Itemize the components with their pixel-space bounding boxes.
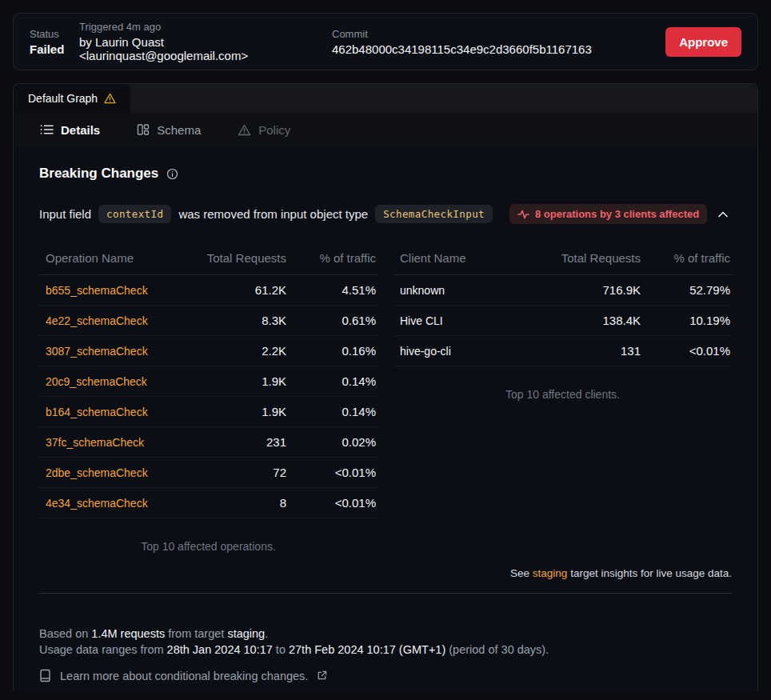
usage-summary-line: Based on 1.4M requests from target stagi… bbox=[39, 626, 732, 642]
col-total-requests: Total Requests bbox=[168, 251, 288, 265]
request-count: 1.4M requests bbox=[91, 627, 165, 640]
total-requests-value: 8.3K bbox=[168, 314, 288, 327]
footer-divider bbox=[39, 593, 732, 594]
learn-more-label: Learn more about conditional breaking ch… bbox=[60, 670, 308, 682]
usage-text: Usage data ranges from bbox=[39, 643, 167, 656]
tab-schema[interactable]: Schema bbox=[137, 123, 201, 137]
type-code-chip: SchemaCheckInput bbox=[375, 205, 493, 223]
operation-link[interactable]: 2dbe_schemaCheck bbox=[39, 466, 168, 479]
tab-details-label: Details bbox=[61, 123, 100, 137]
status-group: Status Failed bbox=[30, 28, 79, 56]
pulse-icon bbox=[517, 210, 529, 219]
col-total-requests: Total Requests bbox=[522, 251, 642, 265]
usage-text: Based on bbox=[39, 627, 91, 640]
breaking-change-row: Input field contextId was removed from i… bbox=[39, 204, 732, 224]
status-label: Status bbox=[30, 28, 79, 40]
clients-table: Client Name Total Requests % of traffic … bbox=[393, 245, 732, 579]
total-requests-value: 1.9K bbox=[168, 374, 288, 388]
insights-post: target insights for live usage data. bbox=[567, 567, 732, 579]
operation-link[interactable]: 20c9_schemaCheck bbox=[39, 375, 168, 388]
tab-schema-label: Schema bbox=[157, 123, 201, 137]
traffic-percentage-value: 10.19% bbox=[642, 314, 732, 327]
triggered-label: Triggered 4m ago bbox=[79, 21, 332, 33]
tab-details[interactable]: Details bbox=[40, 123, 100, 137]
change-text-middle: was removed from input object type bbox=[178, 207, 368, 221]
staging-link[interactable]: staging bbox=[533, 567, 568, 579]
total-requests-value: 8 bbox=[168, 496, 288, 510]
table-row: hive-go-cli131<0.01% bbox=[393, 336, 732, 366]
operation-link[interactable]: b655_schemaCheck bbox=[39, 284, 168, 297]
table-row: Hive CLI138.4K10.19% bbox=[393, 306, 732, 336]
operation-link[interactable]: b164_schemaCheck bbox=[39, 406, 168, 418]
traffic-percentage-value: 0.14% bbox=[288, 374, 378, 388]
usage-text: from target bbox=[165, 627, 227, 640]
affected-operations-badge[interactable]: 8 operations by 3 clients affected bbox=[509, 204, 707, 224]
traffic-percentage-value: 0.02% bbox=[288, 435, 378, 449]
affected-badge-label: 8 operations by 3 clients affected bbox=[535, 208, 699, 220]
usage-text: to bbox=[273, 643, 289, 656]
table-row: 4e34_schemaCheck8<0.01% bbox=[39, 488, 378, 518]
traffic-percentage-value: 0.61% bbox=[288, 314, 378, 327]
usage-range-line: Usage data ranges from 28th Jan 2024 10:… bbox=[39, 642, 732, 658]
info-icon[interactable] bbox=[166, 168, 178, 180]
operation-link[interactable]: 4e22_schemaCheck bbox=[39, 314, 168, 327]
total-requests-value: 61.2K bbox=[168, 283, 288, 297]
table-row: 37fc_schemaCheck2310.02% bbox=[39, 427, 378, 458]
approve-button[interactable]: Approve bbox=[665, 27, 741, 57]
col-traffic: % of traffic bbox=[288, 251, 378, 265]
learn-more-link[interactable]: Learn more about conditional breaking ch… bbox=[39, 669, 732, 682]
traffic-percentage-value: <0.01% bbox=[642, 344, 732, 358]
table-row: 4e22_schemaCheck8.3K0.61% bbox=[39, 306, 378, 336]
field-code-chip: contextId bbox=[98, 205, 171, 223]
range-start: 28th Jan 2024 10:17 bbox=[167, 643, 273, 656]
tab-policy[interactable]: Policy bbox=[238, 123, 290, 137]
external-link-icon bbox=[317, 670, 327, 681]
commit-label: Commit bbox=[332, 28, 665, 40]
total-requests-value: 72 bbox=[168, 466, 288, 479]
clients-table-header: Client Name Total Requests % of traffic bbox=[393, 245, 732, 275]
usage-text: (period of 30 days). bbox=[445, 643, 549, 656]
table-row: 2dbe_schemaCheck72<0.01% bbox=[39, 458, 378, 488]
traffic-percentage-value: <0.01% bbox=[288, 466, 378, 479]
operation-link[interactable]: 3087_schemaCheck bbox=[39, 345, 168, 358]
total-requests-value: 231 bbox=[168, 435, 288, 449]
total-requests-value: 716.9K bbox=[522, 283, 642, 297]
client-name: Hive CLI bbox=[393, 314, 522, 327]
commit-group: Commit 462b48000c34198115c34e9c2d3660f5b… bbox=[332, 28, 665, 56]
triggered-group: Triggered 4m ago by Laurin Quast <laurin… bbox=[79, 21, 332, 62]
client-name: hive-go-cli bbox=[393, 345, 522, 358]
operations-note: Top 10 affected operations. bbox=[39, 540, 378, 553]
list-icon bbox=[40, 123, 54, 136]
policy-warning-icon bbox=[238, 124, 251, 136]
table-row: b164_schemaCheck1.9K0.14% bbox=[39, 397, 378, 427]
book-icon bbox=[39, 669, 51, 682]
table-row: unknown716.9K52.79% bbox=[393, 275, 732, 306]
operation-link[interactable]: 37fc_schemaCheck bbox=[39, 436, 168, 449]
traffic-percentage-value: 4.51% bbox=[288, 283, 378, 297]
operation-link[interactable]: 4e34_schemaCheck bbox=[39, 497, 168, 510]
total-requests-value: 2.2K bbox=[168, 344, 288, 358]
triggered-by: by Laurin Quast <laurinquast@googlemail.… bbox=[79, 35, 332, 62]
col-operation-name: Operation Name bbox=[39, 251, 168, 265]
total-requests-value: 1.9K bbox=[168, 405, 288, 418]
insights-hint: See staging target insights for live usa… bbox=[393, 567, 732, 579]
change-text-prefix: Input field bbox=[39, 207, 91, 221]
traffic-percentage-value: <0.01% bbox=[288, 496, 378, 510]
tab-policy-label: Policy bbox=[258, 123, 290, 137]
usage-text: . bbox=[265, 627, 268, 640]
range-end: 27th Feb 2024 10:17 (GMT+1) bbox=[289, 643, 445, 656]
schema-layout-icon bbox=[137, 123, 150, 136]
operations-table: Operation Name Total Requests % of traff… bbox=[39, 245, 378, 553]
target-name: staging bbox=[227, 627, 265, 640]
col-traffic: % of traffic bbox=[642, 251, 732, 265]
warning-icon bbox=[104, 93, 116, 104]
tab-default-graph[interactable]: Default Graph bbox=[14, 84, 130, 113]
client-name: unknown bbox=[393, 284, 522, 297]
check-detail-card: Default Graph Details bbox=[13, 83, 758, 691]
chevron-up-icon[interactable] bbox=[714, 207, 732, 222]
clients-note: Top 10 affected clients. bbox=[393, 388, 732, 401]
col-client-name: Client Name bbox=[393, 251, 522, 265]
graph-tab-strip: Default Graph bbox=[14, 84, 757, 113]
status-value: Failed bbox=[30, 42, 79, 56]
traffic-percentage-value: 52.79% bbox=[642, 283, 732, 297]
